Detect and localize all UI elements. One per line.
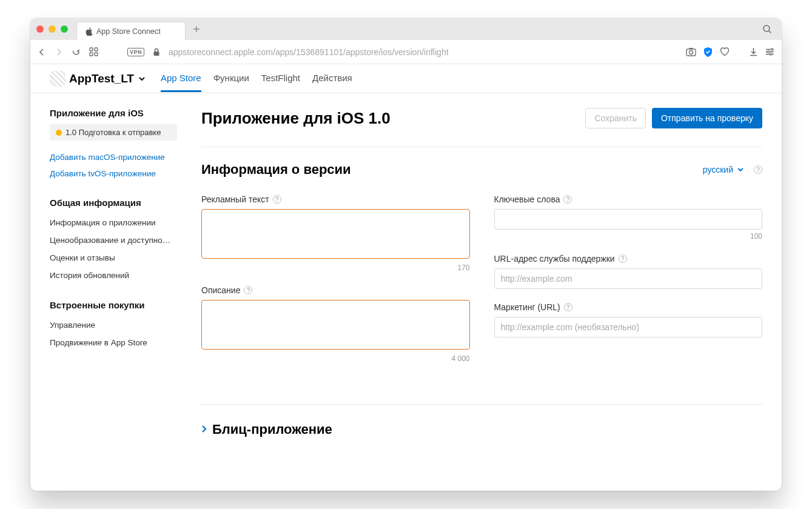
promo-text-input[interactable] [201, 209, 470, 259]
keywords-input[interactable] [494, 209, 763, 230]
sidebar-item-appinfo[interactable]: Информация о приложении [50, 214, 177, 231]
app-name-label: AppTest_LT [69, 72, 134, 85]
app-header: AppTest_LT App Store Функции TestFlight … [30, 64, 782, 93]
section-title-version-info: Информация о версии [201, 162, 351, 178]
nav-tab-activity[interactable]: Действия [312, 65, 352, 92]
app-icon [50, 71, 65, 87]
browser-toolbar: VPN appstoreconnect.apple.com/apps/15368… [30, 40, 782, 64]
page-title: Приложение для iOS 1.0 [201, 109, 391, 128]
browser-tabbar: App Store Connect [30, 18, 782, 40]
shield-check-icon[interactable] [703, 47, 713, 57]
svg-rect-5 [154, 51, 159, 56]
help-icon[interactable]: ? [564, 303, 572, 311]
apps-grid-icon[interactable] [89, 47, 98, 56]
address-bar[interactable]: appstoreconnect.apple.com/apps/153689110… [169, 47, 677, 57]
forward-button[interactable] [55, 48, 63, 56]
lock-icon [153, 48, 160, 56]
chevron-down-icon [737, 166, 744, 173]
nav-tabs: App Store Функции TestFlight Действия [161, 65, 352, 92]
svg-rect-3 [90, 53, 93, 56]
search-icon[interactable] [762, 24, 776, 34]
sidebar-iap-heading: Встроенные покупки [50, 300, 177, 310]
nav-tab-testflight[interactable]: TestFlight [261, 65, 300, 92]
sidebar-ios-heading: Приложение для iOS [50, 108, 177, 118]
sidebar-item-ratings[interactable]: Оценки и отзывы [50, 249, 177, 267]
back-button[interactable] [38, 48, 46, 56]
svg-rect-4 [95, 53, 98, 56]
sidebar-add-tvos[interactable]: Добавить tvOS-приложение [50, 165, 177, 182]
help-icon[interactable]: ? [244, 286, 252, 294]
app-switcher[interactable]: AppTest_LT [50, 71, 146, 87]
sidebar-item-history[interactable]: История обновлений [50, 267, 177, 284]
sidebar-add-macos[interactable]: Добавить macOS-приложение [50, 149, 177, 165]
download-icon[interactable] [749, 47, 758, 56]
promo-text-label: Рекламный текст? [201, 194, 470, 204]
submit-for-review-button[interactable]: Отправить на проверку [652, 108, 762, 128]
marketing-url-label: Маркетинг (URL)? [494, 302, 763, 312]
maximize-window-button[interactable] [61, 25, 68, 33]
marketing-url-input[interactable] [494, 317, 763, 337]
language-selector[interactable]: русский [703, 165, 744, 174]
window-traffic-lights [36, 25, 68, 33]
help-icon[interactable]: ? [754, 165, 762, 174]
tab-title: App Store Connect [96, 27, 161, 36]
nav-tab-appstore[interactable]: App Store [161, 65, 201, 92]
keywords-counter: 100 [494, 232, 763, 241]
svg-rect-2 [95, 48, 98, 51]
help-icon[interactable]: ? [273, 195, 281, 204]
reload-button[interactable] [72, 47, 81, 56]
sidebar-version-label: 1.0 Подготовка к отправке [65, 128, 161, 137]
browser-tab[interactable]: App Store Connect [76, 22, 186, 40]
promo-counter: 170 [201, 264, 470, 272]
apple-icon [86, 27, 93, 36]
svg-rect-6 [686, 49, 696, 56]
sidebar: Приложение для iOS 1.0 Подготовка к отпр… [50, 108, 177, 454]
svg-point-0 [763, 25, 770, 32]
description-counter: 4 000 [201, 354, 470, 363]
minimize-window-button[interactable] [49, 25, 56, 33]
main-content: Приложение для iOS 1.0 Сохранить Отправи… [201, 108, 762, 454]
vpn-badge[interactable]: VPN [127, 48, 144, 56]
heart-icon[interactable] [720, 47, 730, 56]
chevron-down-icon [138, 75, 146, 83]
app-clip-label: Блиц-приложение [212, 422, 332, 437]
help-icon[interactable]: ? [619, 254, 627, 263]
sidebar-general-heading: Общая информация [50, 198, 177, 208]
keywords-label: Ключевые слова? [494, 194, 763, 204]
svg-point-10 [770, 53, 771, 55]
svg-point-8 [771, 48, 773, 50]
close-window-button[interactable] [36, 25, 44, 33]
language-label: русский [703, 165, 733, 174]
status-dot-icon [56, 130, 62, 136]
sidebar-item-manage-iap[interactable]: Управление [50, 316, 177, 334]
save-button[interactable]: Сохранить [585, 108, 646, 128]
svg-point-9 [767, 51, 769, 53]
chevron-right-icon [201, 425, 207, 433]
app-clip-expander[interactable]: Блиц-приложение [201, 405, 762, 454]
sidebar-item-pricing[interactable]: Ценообразование и доступно… [50, 231, 177, 249]
sidebar-item-promote-iap[interactable]: Продвижение в App Store [50, 334, 177, 351]
description-input[interactable] [201, 300, 470, 350]
support-url-label: URL-адрес службы поддержки? [494, 254, 763, 264]
description-label: Описание? [201, 285, 470, 295]
new-tab-button[interactable] [188, 21, 205, 38]
support-url-input[interactable] [494, 268, 763, 289]
svg-rect-1 [90, 48, 93, 51]
sidebar-version-item[interactable]: 1.0 Подготовка к отправке [50, 124, 177, 141]
camera-icon[interactable] [686, 47, 696, 56]
nav-tab-features[interactable]: Функции [213, 65, 249, 92]
svg-point-7 [690, 51, 693, 55]
help-icon[interactable]: ? [563, 195, 572, 204]
settings-sliders-icon[interactable] [765, 48, 774, 56]
